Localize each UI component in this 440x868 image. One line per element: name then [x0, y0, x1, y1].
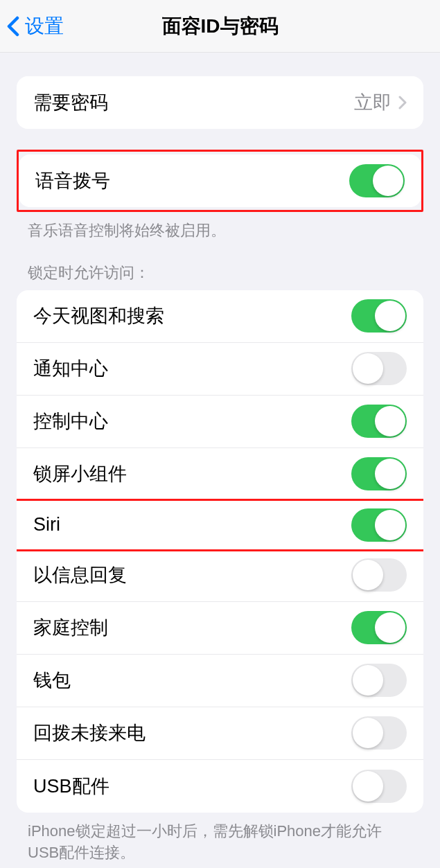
lock-access-row: 家庭控制 — [17, 602, 423, 655]
lock-access-row: 以信息回复 — [17, 549, 423, 602]
lock-access-toggle[interactable] — [351, 716, 407, 750]
lock-access-toggle[interactable] — [351, 770, 407, 803]
back-button[interactable]: 设置 — [7, 13, 64, 39]
page-title: 面容ID与密码 — [162, 13, 279, 39]
lock-access-toggle[interactable] — [351, 457, 407, 490]
lock-access-toggle[interactable] — [351, 611, 407, 644]
lock-access-list: 今天视图和搜索通知中心控制中心锁屏小组件Siri以信息回复家庭控制钱包回拨未接来… — [17, 290, 423, 813]
lock-access-row: 控制中心 — [17, 396, 423, 448]
lock-access-label: 以信息回复 — [33, 563, 127, 587]
lock-access-row: 回拨未接来电 — [17, 707, 423, 760]
lock-access-label: 家庭控制 — [33, 615, 108, 640]
lock-access-row: USB配件 — [17, 760, 423, 813]
lock-access-row: 锁屏小组件 — [17, 448, 423, 501]
lock-access-footer: iPhone锁定超过一小时后，需先解锁iPhone才能允许USB配件连接。 — [0, 813, 440, 864]
lock-access-label: Siri — [33, 514, 60, 535]
require-passcode-label: 需要密码 — [33, 90, 108, 115]
siri-row-highlight: Siri — [17, 499, 423, 551]
lock-access-toggle[interactable] — [351, 352, 407, 385]
lock-access-toggle[interactable] — [351, 508, 407, 542]
voice-dial-toggle[interactable] — [349, 164, 405, 197]
lock-access-label: 钱包 — [33, 668, 71, 693]
back-label: 设置 — [25, 13, 64, 39]
lock-access-label: 控制中心 — [33, 409, 108, 434]
lock-access-row: 钱包 — [17, 655, 423, 707]
lock-access-toggle[interactable] — [351, 405, 407, 438]
lock-access-header: 锁定时允许访问： — [0, 263, 440, 290]
require-passcode-row[interactable]: 需要密码 立即 — [17, 76, 423, 129]
lock-access-label: 锁屏小组件 — [33, 461, 127, 486]
lock-access-label: USB配件 — [33, 774, 109, 799]
lock-access-label: 通知中心 — [33, 356, 108, 381]
chevron-left-icon — [7, 16, 19, 37]
lock-access-toggle[interactable] — [351, 299, 407, 333]
navigation-bar: 设置 面容ID与密码 — [0, 0, 440, 53]
voice-dial-highlight: 语音拨号 — [17, 150, 423, 212]
lock-access-toggle[interactable] — [351, 664, 407, 697]
lock-access-label: 回拨未接来电 — [33, 720, 146, 745]
voice-dial-row: 语音拨号 — [19, 154, 421, 207]
lock-access-row: 通知中心 — [17, 343, 423, 396]
voice-dial-label: 语音拨号 — [35, 168, 110, 193]
lock-access-row: 今天视图和搜索 — [17, 290, 423, 343]
require-passcode-value: 立即 — [354, 90, 391, 115]
lock-access-label: 今天视图和搜索 — [33, 303, 164, 328]
voice-dial-footer: 音乐语音控制将始终被启用。 — [0, 212, 440, 242]
chevron-right-icon — [398, 96, 407, 109]
lock-access-toggle[interactable] — [351, 558, 407, 592]
